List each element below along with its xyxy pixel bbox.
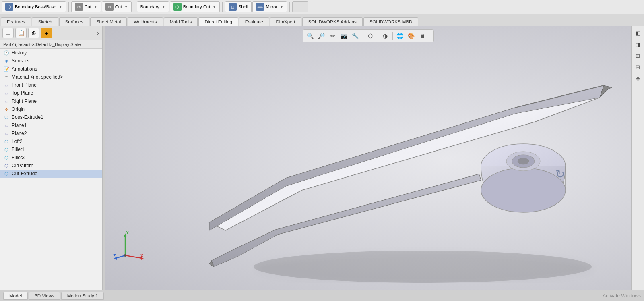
boundary-label-button[interactable]: Boundary ▼ bbox=[137, 1, 169, 12]
expand-button[interactable]: › bbox=[96, 29, 100, 37]
toolbar-sep-1 bbox=[68, 2, 69, 12]
front-plane-icon: ▱ bbox=[3, 82, 10, 88]
tab-evaluate[interactable]: Evaluate bbox=[239, 17, 269, 26]
boundary-cut-label: Boundary Cut bbox=[183, 4, 210, 9]
cut-label: Cut bbox=[85, 4, 91, 9]
plane2-icon: ▱ bbox=[3, 130, 10, 137]
tree-item-cirpattern1[interactable]: ⬡ CirPattern1 bbox=[0, 162, 102, 170]
tree-item-front-plane[interactable]: ▱ Front Plane bbox=[0, 81, 102, 89]
mirror-button[interactable]: ⟺ Mirror ▼ bbox=[252, 1, 287, 12]
svg-point-8 bbox=[481, 168, 566, 212]
annotations-icon: 📝 bbox=[3, 66, 10, 72]
tab-features[interactable]: Features bbox=[1, 17, 31, 26]
loft2-icon: ⬡ bbox=[3, 138, 10, 145]
shell-icon: ◻ bbox=[229, 3, 237, 11]
rp-button-5[interactable]: ◈ bbox=[633, 73, 643, 83]
tree-item-plane1[interactable]: ▱ Plane1 bbox=[0, 121, 102, 129]
boundary-boss-base-label: Boundary Boss/Base bbox=[15, 4, 56, 9]
tab-surfaces[interactable]: Surfaces bbox=[59, 17, 89, 26]
tree-item-sensors[interactable]: ◈ Sensors bbox=[0, 57, 102, 65]
cut2-button[interactable]: ✂ Cut ▼ bbox=[102, 1, 132, 12]
tab-sheetmetal[interactable]: Sheet Metal bbox=[90, 17, 127, 26]
dropdown-arrow-4: ▼ bbox=[162, 5, 165, 9]
svg-text:X: X bbox=[140, 253, 144, 258]
fillet3-icon: ⬡ bbox=[3, 154, 10, 161]
boundary-cut-icon: ⬡ bbox=[173, 3, 182, 11]
material-icon: ≡ bbox=[3, 74, 10, 80]
right-plane-icon: ▱ bbox=[3, 98, 10, 104]
tree-item-loft2[interactable]: ⬡ Loft2 bbox=[0, 137, 102, 145]
tree-item-annotations[interactable]: 📝 Annotations bbox=[0, 65, 102, 73]
tab-moldtools[interactable]: Mold Tools bbox=[164, 17, 198, 26]
dropdown-arrow-3: ▼ bbox=[124, 5, 128, 9]
tree-item-fillet1[interactable]: ⬡ Fillet1 bbox=[0, 145, 102, 154]
bottom-tab-motion[interactable]: Motion Study 1 bbox=[61, 292, 104, 300]
tree-item-history[interactable]: 🕐 History bbox=[0, 49, 102, 57]
fillet1-icon: ⬡ bbox=[3, 146, 10, 153]
cut-icon: ✂ bbox=[75, 3, 83, 11]
properties-button[interactable]: 📋 bbox=[15, 28, 27, 38]
history-icon: 🕐 bbox=[3, 50, 10, 56]
dropdown-arrow-2: ▼ bbox=[94, 5, 97, 9]
mirror-icon: ⟺ bbox=[256, 3, 264, 11]
tree-item-material[interactable]: ≡ Material <not specified> bbox=[0, 73, 102, 81]
bottom-tab-3dviews[interactable]: 3D Views bbox=[29, 292, 60, 300]
main-area: ☰ 📋 ⊕ ● › Part7 (Default<<Default>_Displ… bbox=[0, 26, 644, 290]
viewport[interactable]: 🔍 🔎 ✏ 📷 🔧 ⬡ ◑ 🌐 🎨 🖥 bbox=[105, 26, 631, 290]
svg-point-25 bbox=[124, 254, 126, 257]
toolbar-sep-3 bbox=[222, 2, 223, 12]
top-toolbar: ⬡ Boundary Boss/Base ▼ ✂ Cut ▼ ✂ Cut ▼ B… bbox=[0, 0, 644, 14]
tree-item-plane2[interactable]: ▱ Plane2 bbox=[0, 129, 102, 137]
shell-button[interactable]: ◻ Shell bbox=[225, 1, 252, 12]
tree-item-top-plane[interactable]: ▱ Top Plane bbox=[0, 89, 102, 97]
cut2-icon: ✂ bbox=[105, 3, 114, 11]
tree-item-cut-extrude1[interactable]: ⬡ Cut-Extrude1 bbox=[0, 170, 102, 178]
tree-item-right-plane[interactable]: ▱ Right Plane bbox=[0, 97, 102, 105]
tab-sketch[interactable]: Sketch bbox=[32, 17, 58, 26]
boundary-boss-base-button[interactable]: ⬡ Boundary Boss/Base ▼ bbox=[2, 1, 66, 12]
top-plane-icon: ▱ bbox=[3, 90, 10, 96]
left-panel: ☰ 📋 ⊕ ● › Part7 (Default<<Default>_Displ… bbox=[0, 26, 103, 290]
shell-label: Shell bbox=[238, 4, 248, 9]
swatch-button[interactable] bbox=[292, 1, 308, 12]
coordinate-axes: Y X Z bbox=[113, 229, 145, 262]
cut-extrude1-icon: ⬡ bbox=[3, 170, 10, 177]
tab-mbd[interactable]: SOLIDWORKS MBD bbox=[363, 17, 419, 26]
tab-weldments[interactable]: Weldments bbox=[128, 17, 163, 26]
tab-direct-editing[interactable]: Direct Editing bbox=[198, 17, 238, 26]
svg-text:Y: Y bbox=[126, 230, 129, 235]
rp-button-1[interactable]: ◧ bbox=[633, 28, 643, 38]
tree-header: Part7 (Default<<Default>_Display State bbox=[0, 40, 102, 49]
rp-button-4[interactable]: ⊟ bbox=[633, 62, 643, 72]
svg-point-11 bbox=[518, 158, 529, 164]
center-button[interactable]: ⊕ bbox=[28, 28, 39, 38]
cut2-label: Cut bbox=[115, 4, 122, 9]
plane1-icon: ▱ bbox=[3, 122, 10, 129]
bottom-tab-model[interactable]: Model bbox=[3, 292, 28, 300]
dropdown-arrow-1: ▼ bbox=[59, 5, 62, 9]
tab-dimxpert[interactable]: DimXpert bbox=[270, 17, 301, 26]
svg-point-0 bbox=[254, 251, 592, 283]
dropdown-arrow-6: ▼ bbox=[280, 5, 283, 9]
right-panel: ◧ ◨ ⊞ ⊟ ◈ bbox=[631, 26, 644, 290]
boundary-boss-base-icon: ⬡ bbox=[5, 3, 13, 11]
rp-button-2[interactable]: ◨ bbox=[633, 39, 643, 50]
toolbar-sep-4 bbox=[289, 2, 290, 12]
svg-text:Z: Z bbox=[113, 253, 116, 258]
list-view-button[interactable]: ☰ bbox=[2, 28, 14, 38]
dropdown-arrow-5: ▼ bbox=[213, 5, 216, 9]
tree-item-fillet3[interactable]: ⬡ Fillet3 bbox=[0, 154, 102, 162]
3d-model[interactable]: ↻ bbox=[173, 33, 616, 283]
boss-extrude1-icon: ⬡ bbox=[3, 114, 10, 120]
toolbar-sep-2 bbox=[134, 2, 134, 12]
feature-tree[interactable]: 🕐 History ◈ Sensors 📝 Annotations ≡ Mate… bbox=[0, 49, 102, 290]
mirror-label: Mirror bbox=[266, 4, 277, 9]
rp-button-3[interactable]: ⊞ bbox=[633, 50, 643, 61]
tree-item-boss-extrude1[interactable]: ⬡ Boss-Extrude1 bbox=[0, 113, 102, 121]
cut-button[interactable]: ✂ Cut ▼ bbox=[71, 1, 101, 12]
color-button[interactable]: ● bbox=[41, 28, 52, 38]
tree-item-origin[interactable]: ✛ Origin bbox=[0, 105, 102, 113]
boundary-cut-button[interactable]: ⬡ Boundary Cut ▼ bbox=[170, 1, 220, 12]
bottom-bar: Model 3D Views Motion Study 1 Activate W… bbox=[0, 290, 644, 301]
tab-addins[interactable]: SOLIDWORKS Add-Ins bbox=[302, 17, 363, 26]
